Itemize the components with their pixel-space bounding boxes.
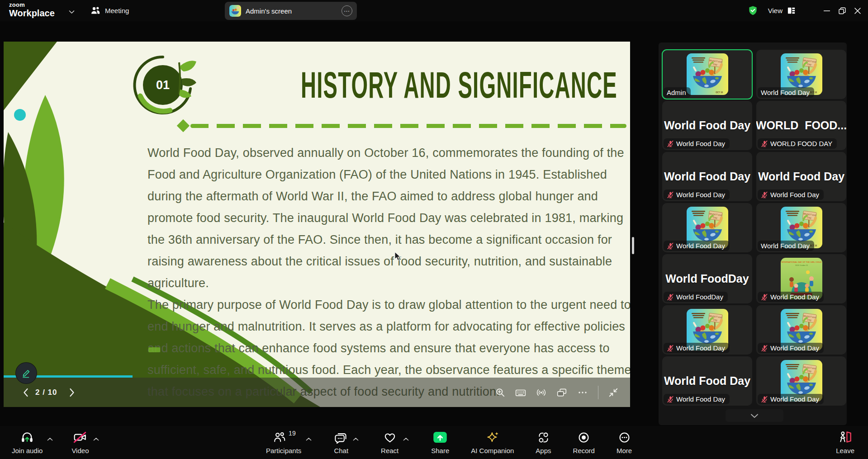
svg-text:01: 01 — [156, 78, 170, 92]
participant-tile[interactable]: World Food DayWorld Food Day — [662, 152, 752, 201]
participant-name-text: World Food Day — [676, 242, 725, 250]
video-button[interactable]: Video — [71, 430, 100, 454]
leave-label: Leave — [836, 447, 854, 454]
svg-text:INTERNATIONAL DAY OF THE GIRL: INTERNATIONAL DAY OF THE GIRL CHILD — [781, 261, 821, 263]
participant-name-label: World Food Day — [758, 189, 824, 200]
participant-tile[interactable]: World FoodDayOCT 16World Food Day — [662, 305, 752, 355]
layout-view-icon[interactable] — [787, 6, 796, 15]
next-slide-button[interactable] — [64, 378, 80, 407]
mic-muted-icon — [667, 396, 674, 403]
participant-tile[interactable]: World FoodDayOCT 16World Food Day — [662, 203, 752, 252]
participant-name-label: World Food Day — [664, 241, 730, 251]
participant-name-text: World Food Day — [770, 191, 819, 199]
participant-name-text: WORLD FOOD DAY — [770, 140, 832, 147]
panel-resize-handle[interactable] — [632, 237, 634, 254]
world-food-day-poster-avatar: World FoodDayOCT 16 — [687, 53, 728, 95]
close-button[interactable] — [850, 3, 865, 19]
participant-name-text: World Food Day — [676, 191, 725, 199]
multi-window-icon[interactable] — [556, 388, 567, 397]
screen-tab-label: Admin's screen — [246, 7, 342, 15]
apps-button[interactable]: Apps — [536, 430, 551, 454]
slide-title: HISTORY AND SIGNIFICANCE — [301, 64, 617, 106]
share-button[interactable]: Share — [431, 430, 449, 454]
caret-up-icon[interactable] — [47, 435, 53, 443]
participant-tile[interactable]: World Food DayWorld Food Day — [662, 356, 752, 406]
ai-companion-button[interactable]: AI Companion — [471, 430, 514, 454]
participant-name-label: Admin — [664, 87, 691, 98]
zoom-workplace-logo: zoom Workplace — [9, 2, 55, 18]
security-shield-icon[interactable] — [748, 5, 758, 16]
participant-name-label: WORLD FOOD DAY — [758, 138, 837, 149]
ai-companion-icon — [486, 431, 499, 444]
participant-tile[interactable]: WORLD FOOD...WORLD FOOD DAY — [756, 101, 846, 150]
people-icon — [90, 6, 100, 16]
participant-tile[interactable]: World FoodDayOCT 16World Food Day — [756, 356, 846, 406]
zoom-in-icon[interactable] — [495, 388, 505, 397]
chat-button[interactable]: Chat — [334, 430, 359, 454]
svg-text:OCT 16: OCT 16 — [716, 91, 723, 94]
participant-name-text: World Food Day — [676, 344, 725, 352]
participant-name-text: Admin — [667, 89, 686, 96]
caret-up-icon[interactable] — [352, 435, 359, 443]
participant-tile[interactable]: World Food DayWorld Food Day — [756, 152, 846, 201]
react-button[interactable]: React — [381, 430, 409, 454]
participant-tile[interactable]: World FoodDayOCT 16World Food Day — [756, 203, 846, 252]
join-audio-label: Join audio — [12, 447, 43, 454]
minimize-button[interactable] — [819, 3, 835, 19]
maximize-button[interactable] — [835, 3, 850, 19]
mic-muted-icon — [761, 293, 768, 301]
control-bar-left: Join audioVideo — [12, 430, 100, 454]
caret-up-icon[interactable] — [305, 435, 312, 443]
participant-name-text: World FoodDay — [676, 293, 723, 301]
record-button[interactable]: Record — [573, 430, 595, 454]
participant-name-label: World Food Day — [664, 394, 730, 404]
more-button[interactable]: More — [617, 430, 632, 454]
annotate-pencil-button[interactable] — [16, 363, 37, 383]
scroll-more-participants-button[interactable] — [726, 409, 783, 422]
caret-up-icon[interactable] — [403, 435, 409, 443]
view-button-label[interactable]: View — [768, 7, 783, 14]
svg-text:Day: Day — [712, 62, 717, 66]
participant-tile[interactable]: World FoodDayOCT 16World Food Day — [756, 305, 846, 355]
caret-up-icon[interactable] — [93, 435, 100, 443]
titlebar: zoom Workplace Meeting Admin's screen ⋯ … — [0, 0, 868, 21]
headphones-icon — [20, 431, 34, 444]
slide-body-text: World Food Day, observed annually on Oct… — [147, 142, 630, 402]
participant-name-label: World Food Day — [758, 241, 814, 251]
react-label: React — [381, 447, 398, 454]
participants-button[interactable]: 19Participants — [266, 430, 312, 454]
participants-count-badge: 19 — [289, 430, 296, 437]
leave-button[interactable]: Leave — [836, 430, 854, 454]
participant-name-text: World Food Day — [770, 395, 819, 403]
participant-tile[interactable]: World FoodDayOCT 16Admin — [662, 50, 752, 99]
leave-icon — [838, 431, 852, 444]
participant-name-text: World Food Day — [770, 344, 819, 352]
chevron-down-icon[interactable] — [69, 8, 75, 16]
slide-number-emblem: 01 — [130, 50, 203, 124]
participant-name-label: World Food Day — [758, 87, 814, 98]
mic-muted-icon — [667, 345, 674, 352]
ai-companion-label: AI Companion — [471, 447, 514, 454]
tab-meeting[interactable]: Meeting — [90, 0, 129, 21]
participant-tile[interactable]: INTERNATIONAL DAY OF THE GIRL CHILD2024 … — [756, 254, 846, 303]
participant-tile[interactable]: World FoodDayWorld FoodDay — [662, 254, 752, 303]
broadcast-icon[interactable] — [536, 388, 546, 397]
participant-tile[interactable]: World Food DayWorld Food Day — [662, 101, 752, 150]
participant-name-text: World Food Day — [676, 395, 725, 403]
participant-name-label: World Food Day — [664, 343, 730, 353]
ellipsis-icon[interactable] — [577, 388, 588, 397]
svg-text:2024 October 11: 2024 October 11 — [795, 265, 807, 266]
more-icon — [618, 431, 631, 444]
apps-label: Apps — [536, 447, 551, 454]
tab-options-icon[interactable]: ⋯ — [342, 5, 352, 16]
participant-tile[interactable]: World FoodDayOCT 16World Food Day — [756, 50, 846, 99]
join-audio-button[interactable]: Join audio — [12, 430, 53, 454]
participant-name-text: World Food Day — [761, 89, 810, 96]
collapse-icon[interactable] — [608, 388, 618, 397]
tab-admins-screen[interactable]: Admin's screen ⋯ — [225, 2, 357, 20]
participants-grid: World FoodDayOCT 16AdminWorld FoodDayOCT… — [662, 50, 847, 406]
overlay-divider — [598, 386, 598, 399]
keyboard-icon[interactable] — [515, 388, 526, 397]
logo-workplace-text: Workplace — [9, 9, 55, 18]
page-indicator: 2 / 10 — [35, 378, 57, 407]
